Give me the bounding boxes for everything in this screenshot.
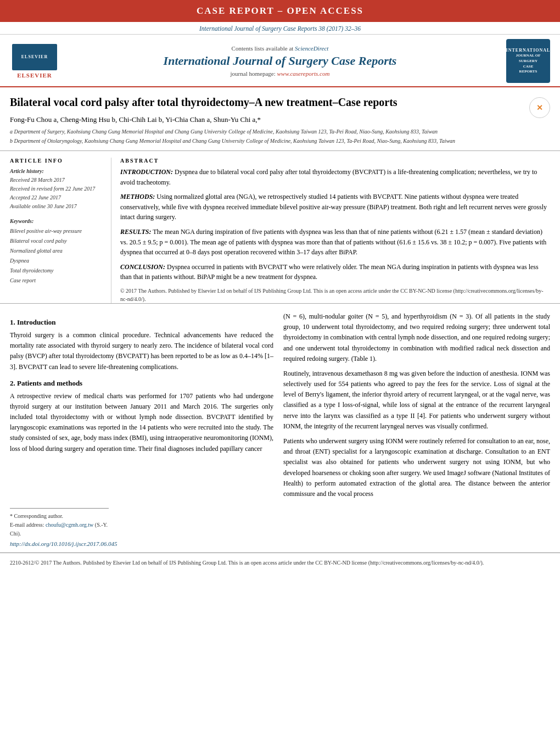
intro-heading: 1. Introduction	[10, 318, 273, 327]
conclusion-label: CONCLUSION:	[120, 263, 165, 271]
crossmark-icon: ✕	[529, 97, 550, 118]
doi-line: http://dx.doi.org/10.1016/j.ijscr.2017.0…	[0, 538, 560, 547]
journal-header: ELSEVIER ELSEVIER Contents lists availab…	[0, 34, 560, 87]
footer-copyright-text: 2210-2612/© 2017 The Authors. Published …	[10, 559, 550, 567]
affiliation-a: a Department of Surgery, Kaohsiung Chang…	[10, 127, 523, 136]
right-logo-box: INTERNATIONAL JOURNAL OF SURGERY CASE RE…	[506, 39, 550, 83]
contents-line: Contents lists available at ScienceDirec…	[59, 45, 501, 52]
homepage-url[interactable]: www.casereports.com	[277, 70, 329, 77]
main-body: 1. Introduction Thyroid surgery is a com…	[0, 304, 560, 504]
intro-text: Dyspnea due to bilateral vocal cord pals…	[120, 168, 537, 186]
article-title-section: Bilateral vocal cord palsy after total t…	[0, 87, 560, 151]
accepted: Accepted 22 June 2017	[10, 193, 103, 202]
history-label: Article history:	[10, 168, 44, 174]
email-link[interactable]: choufu@cgmh.org.tw	[46, 522, 93, 528]
doi-link[interactable]: http://dx.doi.org/10.1016/j.ijscr.2017.0…	[10, 540, 117, 547]
footnote-area: * Corresponding author. E-mail address: …	[0, 508, 560, 538]
available: Available online 30 June 2017	[10, 202, 103, 211]
received: Received 28 March 2017	[10, 176, 103, 185]
abstract-conclusion: CONCLUSION: Dyspnea occurred in patients…	[120, 262, 550, 282]
top-banner: CASE REPORT – OPEN ACCESS	[0, 0, 560, 22]
contents-prefix: Contents lists available at	[232, 45, 295, 52]
homepage-line: journal homepage: www.casereports.com	[59, 70, 501, 77]
methods-label: METHODS:	[120, 193, 155, 200]
footnote-text: * Corresponding author.	[10, 513, 63, 519]
citation-text: International Journal of Surgery Case Re…	[199, 25, 361, 32]
keyword-4: Dyspnea	[10, 256, 103, 266]
journal-title: International Journal of Surgery Case Re…	[59, 54, 501, 68]
conclusion-text: Dyspnea occurred in patients with BVCPAT…	[120, 263, 539, 281]
keywords-block: Keywords: Bilevel positive air-way press…	[10, 216, 103, 286]
article-title-text: Bilateral vocal cord palsy after total t…	[10, 95, 523, 146]
right-paragraph-2: Routinely, intravenous dexamethason 8 mg…	[283, 369, 550, 432]
keyword-2: Bilateral vocal cord palsy	[10, 236, 103, 246]
abstract-col: ABSTRACT INTRODUCTION: Dyspnea due to bi…	[111, 158, 550, 303]
journal-center: Contents lists available at ScienceDirec…	[59, 45, 501, 77]
copyright-text: © 2017 The Authors. Published by Elsevie…	[120, 288, 544, 302]
sciencedirect-link[interactable]: ScienceDirect	[295, 45, 328, 52]
abstract-methods: METHODS: Using normalized glottal area (…	[120, 192, 550, 222]
article-title: Bilateral vocal cord palsy after total t…	[10, 95, 523, 110]
authors: Fong-Fu Chou a, Cheng-Ming Hsu b, Chi-Ch…	[10, 115, 261, 124]
elsevier-logo-section: ELSEVIER ELSEVIER	[10, 44, 59, 79]
right-logo-section: INTERNATIONAL JOURNAL OF SURGERY CASE RE…	[501, 39, 550, 83]
article-info-label: ARTICLE INFO	[10, 158, 103, 164]
abstract-results: RESULTS: The mean NGA during inspiration…	[120, 227, 550, 258]
body-right-col: (N = 6), multi-nodular goiter (N = 5), a…	[283, 311, 550, 504]
intro-paragraph-1: Thyroid surgery is a common clinical pro…	[10, 330, 273, 372]
footnote-block: * Corresponding author. E-mail address: …	[10, 508, 109, 538]
article-history-block: Article history: Received 28 March 2017 …	[10, 167, 103, 211]
keywords-label: Keywords:	[10, 216, 103, 226]
keyword-6: Case report	[10, 276, 103, 286]
homepage-prefix: journal homepage:	[231, 70, 277, 77]
intro-label: INTRODUCTION:	[120, 168, 173, 176]
authors-line: Fong-Fu Chou a, Cheng-Ming Hsu b, Chi-Ch…	[10, 115, 523, 124]
results-text: The mean NGA during inspiration of five …	[120, 228, 546, 256]
keyword-5: Total thyroidectomy	[10, 266, 103, 276]
methods-paragraph-1: A retrospective review of medical charts…	[10, 391, 273, 454]
keyword-1: Bilevel positive air-way pressure	[10, 226, 103, 236]
methods-heading: 2. Patients and methods	[10, 379, 273, 388]
two-col-layout: ARTICLE INFO Article history: Received 2…	[0, 151, 560, 304]
affiliation-b: b Department of Otolaryngology, Kaohsiun…	[10, 137, 523, 145]
methods-text: Using normalized glottal area (NGA), we …	[120, 193, 547, 221]
right-paragraph-3: Patients who underwent surgery using ION…	[283, 436, 550, 499]
elsevier-box: ELSEVIER	[12, 44, 57, 70]
abstract-introduction: INTRODUCTION: Dyspnea due to bilateral v…	[120, 167, 550, 187]
body-left-col: 1. Introduction Thyroid surgery is a com…	[10, 311, 273, 504]
banner-text: CASE REPORT – OPEN ACCESS	[197, 5, 363, 16]
corresponding-author-note: * Corresponding author.	[10, 512, 109, 521]
right-paragraph-1: (N = 6), multi-nodular goiter (N = 5), a…	[283, 311, 550, 364]
email-label: E-mail address:	[10, 522, 44, 528]
email-line: E-mail address: choufu@cgmh.org.tw (S.-Y…	[10, 521, 109, 538]
abstract-label: ABSTRACT	[120, 158, 550, 164]
article-info-col: ARTICLE INFO Article history: Received 2…	[10, 158, 111, 303]
copyright-line: © 2017 The Authors. Published by Elsevie…	[120, 287, 550, 303]
keyword-3: Normalized glottal area	[10, 246, 103, 256]
revised: Received in revised form 22 June 2017	[10, 185, 103, 193]
citation-line: International Journal of Surgery Case Re…	[0, 22, 560, 34]
footer-copyright: 2210-2612/© 2017 The Authors. Published …	[0, 553, 560, 571]
elsevier-label: ELSEVIER	[17, 72, 52, 79]
results-label: RESULTS:	[120, 228, 151, 236]
